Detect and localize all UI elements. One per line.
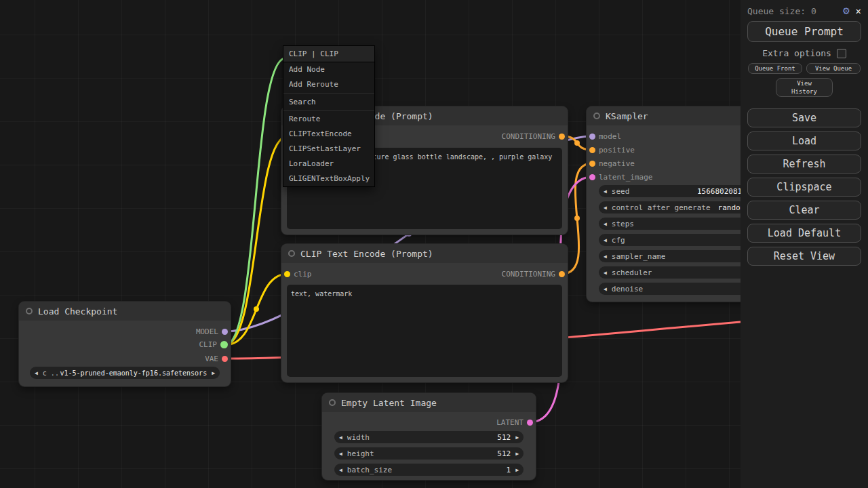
slot-label: LATENT [496, 418, 524, 427]
model-input-dot[interactable] [589, 134, 595, 140]
output-slot-conditioning[interactable]: CONDITIONING [502, 131, 565, 141]
node-title-bar[interactable]: CLIP Text Encode (Prompt) [281, 244, 568, 263]
input-slot-negative[interactable]: negative [589, 159, 635, 168]
queue-prompt-button[interactable]: Queue Prompt [747, 21, 861, 42]
wire-negative-dot [574, 216, 580, 221]
widget-value: v1-5-pruned-emaonly-fp16.safetensors [60, 369, 207, 377]
conditioning-input-dot[interactable] [589, 147, 595, 153]
view-queue-button[interactable]: View Queue [806, 63, 861, 74]
widget-label: seed [612, 187, 630, 196]
prev-arrow-icon[interactable]: ◀ [604, 253, 607, 260]
clipspace-button[interactable]: Clipspace [747, 178, 861, 197]
next-arrow-icon[interactable]: ▶ [515, 451, 519, 457]
clip-slot-dot[interactable] [220, 341, 228, 348]
queue-size-label: Queue size: 0 [747, 6, 816, 16]
ckpt-name-widget[interactable]: ◀ c ... v1-5-pruned-emaonly-fp16.safeten… [30, 367, 220, 379]
prev-arrow-icon[interactable]: ◀ [604, 205, 607, 211]
slot-label: MODEL [196, 327, 218, 336]
conditioning-slot-dot[interactable] [559, 271, 565, 277]
wire-positive-dot [574, 140, 580, 146]
node-title: Empty Latent Image [341, 398, 437, 408]
node-title-bar[interactable]: Empty Latent Image [322, 393, 536, 412]
widget-label: scheduler [612, 268, 652, 277]
next-arrow-icon[interactable]: ▶ [515, 434, 519, 441]
output-slot-model[interactable]: MODEL [196, 327, 228, 336]
slot-label: CLIP [199, 340, 218, 349]
latent-slot-dot[interactable] [527, 420, 533, 426]
input-slot-model[interactable]: model [589, 131, 621, 141]
next-arrow-icon[interactable]: ▶ [212, 370, 215, 376]
prev-arrow-icon[interactable]: ◀ [339, 467, 342, 473]
slot-label: positive [599, 146, 635, 155]
widget-value: 512 [497, 449, 511, 458]
model-slot-dot[interactable] [222, 329, 228, 335]
menu-item-add-node[interactable]: Add Node [283, 62, 374, 77]
close-icon[interactable]: ✕ [856, 5, 861, 16]
node-clip-text-encode-negative: CLIP Text Encode (Prompt) clip CONDITION… [281, 244, 568, 382]
input-slot-clip[interactable]: clip [284, 269, 312, 279]
clear-button[interactable]: Clear [747, 201, 861, 220]
slot-label: model [599, 132, 621, 141]
collapse-dot-icon[interactable] [593, 113, 600, 119]
reset-view-button[interactable]: Reset View [747, 247, 861, 266]
menu-item-gligentextboxapply[interactable]: GLIGENTextBoxApply [283, 171, 374, 186]
menu-item-add-reroute[interactable]: Add Reroute [283, 77, 374, 92]
save-button[interactable]: Save [747, 108, 861, 127]
prev-arrow-icon[interactable]: ◀ [339, 451, 342, 457]
conditioning-input-dot[interactable] [589, 161, 595, 167]
output-slot-latent[interactable]: LATENT [496, 418, 533, 427]
widget-label: batch_size [347, 466, 392, 474]
prev-arrow-icon[interactable]: ◀ [604, 188, 607, 195]
menu-item-reroute[interactable]: Reroute [283, 112, 374, 127]
widget-value: 512 [497, 433, 511, 442]
menu-item-search[interactable]: Search [283, 93, 374, 111]
prompt-textarea[interactable]: text, watermark [287, 285, 562, 377]
node-title-bar[interactable]: Load Checkpoint [19, 302, 231, 321]
input-slot-latent-image[interactable]: latent_image [589, 172, 652, 182]
slot-label: clip [294, 270, 312, 279]
prev-arrow-icon[interactable]: ◀ [35, 370, 38, 376]
conditioning-slot-dot[interactable] [559, 134, 565, 140]
wire-clip-to-upper [225, 136, 288, 345]
next-arrow-icon[interactable]: ▶ [515, 467, 519, 473]
load-default-button[interactable]: Load Default [747, 224, 861, 243]
load-button[interactable]: Load [747, 131, 861, 150]
view-history-button[interactable]: View History [776, 78, 833, 97]
widget-label: height [347, 449, 374, 458]
height-widget[interactable]: ◀ height 512 ▶ [334, 447, 524, 460]
prev-arrow-icon[interactable]: ◀ [604, 286, 607, 292]
widget-value: 1566802081 [697, 187, 742, 196]
vae-slot-dot[interactable] [222, 356, 228, 362]
width-widget[interactable]: ◀ width 512 ▶ [334, 431, 524, 443]
refresh-button[interactable]: Refresh [747, 155, 861, 174]
graph-canvas[interactable]: Load Checkpoint MODEL CLIP VAE ◀ c ... v… [0, 0, 868, 488]
menu-item-cliptextencode[interactable]: CLIPTextEncode [283, 127, 374, 142]
output-slot-conditioning[interactable]: CONDITIONING [502, 269, 565, 279]
widget-label: cfg [612, 236, 625, 245]
prev-arrow-icon[interactable]: ◀ [339, 434, 342, 441]
settings-gear-icon[interactable]: ⚙ [843, 5, 850, 16]
prev-arrow-icon[interactable]: ◀ [604, 221, 607, 227]
clip-input-dot[interactable] [284, 271, 290, 277]
node-title: KSampler [606, 111, 648, 121]
wire-clip-to-lower [225, 274, 288, 345]
collapse-dot-icon[interactable] [26, 308, 33, 314]
queue-front-button[interactable]: Queue Front [748, 63, 802, 74]
widget-label: sampler_name [612, 252, 665, 261]
collapse-dot-icon[interactable] [329, 399, 336, 406]
input-slot-positive[interactable]: positive [589, 145, 635, 155]
menu-item-loraloader[interactable]: LoraLoader [283, 157, 374, 171]
batch-size-widget[interactable]: ◀ batch_size 1 ▶ [334, 464, 524, 476]
node-empty-latent-image: Empty Latent Image LATENT ◀ width 512 ▶ … [322, 393, 536, 480]
latent-input-dot[interactable] [589, 174, 595, 180]
collapse-dot-icon[interactable] [288, 250, 295, 257]
prev-arrow-icon[interactable]: ◀ [604, 270, 607, 276]
menu-item-clipsetlastlayer[interactable]: CLIPSetLastLayer [283, 142, 374, 157]
add-node-context-menu: CLIP | CLIP Add Node Add Reroute Search … [283, 46, 374, 186]
output-slot-vae[interactable]: VAE [205, 354, 228, 363]
widget-label: steps [612, 220, 634, 228]
prev-arrow-icon[interactable]: ◀ [604, 237, 607, 243]
output-slot-clip[interactable]: CLIP [199, 340, 229, 349]
extra-options-checkbox[interactable] [837, 49, 846, 58]
wire-clip-dot [254, 306, 259, 312]
